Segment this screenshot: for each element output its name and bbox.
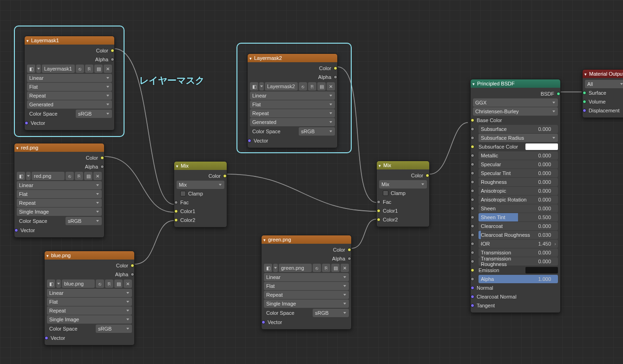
node-title[interactable]: green.png	[262, 235, 351, 244]
close-icon[interactable]: ✕	[341, 264, 349, 272]
input-displacement[interactable]: Displacement	[585, 106, 623, 115]
input-vector[interactable]: Vector	[17, 226, 102, 234]
input-clearcoat[interactable]: Clearcoat0.000	[473, 222, 558, 230]
new-icon[interactable]: ⎘	[105, 280, 113, 288]
input-sheen-tint[interactable]: Sheen Tint0.500	[473, 213, 558, 221]
close-icon[interactable]: ✕	[124, 280, 132, 288]
node-title[interactable]: blue.png	[45, 251, 134, 260]
image-name-field[interactable]: Layermask1	[42, 65, 75, 73]
input-subsurface[interactable]: Subsurface0.000	[473, 125, 558, 133]
projection-select[interactable]: Flat	[250, 100, 335, 109]
output-alpha[interactable]: Alpha	[47, 270, 132, 279]
distribution-select[interactable]: GGX	[473, 98, 558, 107]
node-image-layermask2[interactable]: Layermask2 Color Alpha ◧ Layermask2 ⎋ ⎘ …	[247, 53, 338, 148]
open-icon[interactable]: ▤	[114, 280, 123, 288]
target-select[interactable]: All	[585, 80, 623, 88]
image-name-field[interactable]: red.png	[32, 172, 65, 180]
input-surface[interactable]: Surface	[585, 89, 623, 97]
input-transmission-roughness[interactable]: Transmission Roughness0.000	[473, 257, 558, 266]
node-image-green[interactable]: green.png Color Alpha ◧ green.png ⎋ ⎘ ▤ …	[261, 235, 352, 330]
clamp-checkbox[interactable]: Clamp	[177, 189, 224, 198]
interpolation-select[interactable]: Linear	[27, 74, 112, 82]
close-icon[interactable]: ✕	[327, 82, 335, 91]
extension-select[interactable]: Repeat	[47, 306, 132, 315]
close-icon[interactable]: ✕	[104, 65, 112, 73]
unlink-icon[interactable]: ⎋	[76, 65, 84, 73]
input-sheen[interactable]: Sheen0.000	[473, 204, 558, 213]
output-alpha[interactable]: Alpha	[17, 162, 102, 171]
image-dropdown[interactable]	[273, 264, 278, 272]
close-icon[interactable]: ✕	[93, 172, 102, 180]
image-icon[interactable]: ◧	[17, 172, 25, 180]
input-clearcoat-normal[interactable]: Clearcoat Normal	[473, 292, 558, 301]
image-name-field[interactable]: blue.png	[62, 280, 95, 288]
source-select[interactable]: Generated	[250, 118, 335, 126]
colorspace-select[interactable]: sRGB	[299, 127, 335, 136]
interpolation-select[interactable]: Linear	[250, 91, 335, 100]
input-color2[interactable]: Color2	[177, 216, 224, 224]
unlink-icon[interactable]: ⎋	[66, 172, 74, 180]
node-title[interactable]: Layermask2	[248, 54, 337, 62]
colorspace-select[interactable]: sRGB	[96, 325, 132, 333]
input-color1[interactable]: Color1	[177, 207, 224, 215]
projection-select[interactable]: Flat	[264, 282, 349, 290]
image-icon[interactable]: ◧	[264, 264, 272, 272]
input-subsurface-color[interactable]: Subsurface Color	[473, 143, 558, 151]
interpolation-select[interactable]: Linear	[47, 289, 132, 297]
image-icon[interactable]: ◧	[47, 280, 55, 288]
projection-select[interactable]: Flat	[17, 190, 102, 198]
input-alpha[interactable]: Alpha1.000	[473, 275, 558, 283]
node-image-layermask1[interactable]: Layermask1 Color Alpha ◧ Layermask1 ⎋ ⎘ …	[24, 36, 115, 130]
output-color[interactable]: Color	[17, 154, 102, 162]
image-dropdown[interactable]	[26, 172, 31, 180]
input-specular-tint[interactable]: Specular Tint0.000	[473, 169, 558, 177]
input-volume[interactable]: Volume	[585, 98, 623, 106]
image-dropdown[interactable]	[56, 280, 61, 288]
input-color1[interactable]: Color1	[379, 207, 427, 215]
input-anisotropic-rotation[interactable]: Anisotropic Rotation0.000	[473, 195, 558, 204]
output-color[interactable]: Color	[47, 261, 132, 270]
image-dropdown[interactable]	[36, 65, 41, 73]
blend-select[interactable]: Mix	[379, 180, 427, 188]
unlink-icon[interactable]: ⎋	[299, 82, 307, 91]
colorspace-select[interactable]: sRGB	[76, 110, 112, 118]
new-icon[interactable]: ⎘	[322, 264, 330, 272]
output-color[interactable]: Color	[250, 64, 335, 72]
node-mixrgb-1[interactable]: Mix Color Mix Clamp Fac Color1 Color2	[174, 161, 227, 228]
input-emission[interactable]: Emission	[473, 266, 558, 274]
node-material-output[interactable]: Material Output All Surface Volume Displ…	[582, 69, 623, 118]
node-title[interactable]: Mix	[377, 161, 429, 169]
output-color[interactable]: Color	[264, 246, 349, 254]
output-color[interactable]: Color	[27, 46, 112, 55]
input-anisotropic[interactable]: Anisotropic0.000	[473, 187, 558, 195]
source-select[interactable]: Single Image	[264, 299, 349, 308]
input-vector[interactable]: Vector	[250, 136, 335, 145]
projection-select[interactable]: Flat	[27, 83, 112, 91]
extension-select[interactable]: Repeat	[250, 109, 335, 117]
extension-select[interactable]: Repeat	[264, 291, 349, 299]
interpolation-select[interactable]: Linear	[17, 181, 102, 189]
colorspace-select[interactable]: sRGB	[313, 309, 349, 317]
input-metallic[interactable]: Metallic0.000	[473, 151, 558, 160]
sss-method-select[interactable]: Christensen-Burley	[473, 107, 558, 116]
image-dropdown[interactable]	[259, 82, 264, 91]
input-fac[interactable]: Fac	[379, 198, 427, 206]
node-image-red[interactable]: red.png Color Alpha ◧ red.png ⎋ ⎘ ▤ ✕ Li…	[14, 143, 105, 238]
node-image-blue[interactable]: blue.png Color Alpha ◧ blue.png ⎋ ⎘ ▤ ✕ …	[44, 251, 135, 345]
extension-select[interactable]: Repeat	[17, 199, 102, 207]
node-title[interactable]: red.png	[14, 143, 104, 152]
source-select[interactable]: Single Image	[47, 315, 132, 324]
output-alpha[interactable]: Alpha	[264, 254, 349, 263]
input-vector[interactable]: Vector	[264, 318, 349, 326]
input-subsurface-radius[interactable]: Subsurface Radius	[473, 134, 558, 142]
open-icon[interactable]: ▤	[84, 172, 92, 180]
output-alpha[interactable]: Alpha	[27, 55, 112, 64]
interpolation-select[interactable]: Linear	[264, 273, 349, 281]
image-name-field[interactable]: Layermask2	[265, 82, 298, 91]
output-color[interactable]: Color	[379, 171, 427, 180]
blend-select[interactable]: Mix	[177, 181, 224, 189]
input-vector[interactable]: Vector	[27, 119, 112, 127]
node-title[interactable]: Mix	[174, 162, 227, 170]
projection-select[interactable]: Flat	[47, 298, 132, 306]
input-ior[interactable]: IOR1.450	[473, 240, 558, 248]
